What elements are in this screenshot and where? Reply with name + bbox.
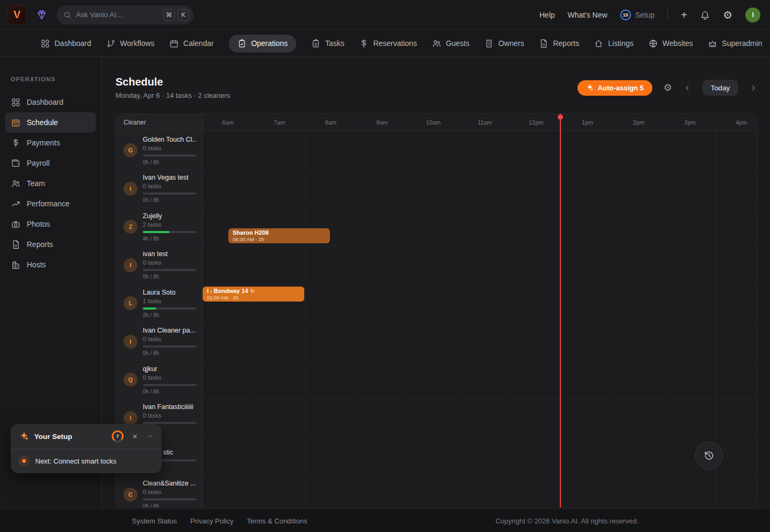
help-link[interactable]: Help <box>540 11 555 19</box>
task-event-sharon-h208[interactable]: Sharon H208 06:30 AM · 2h <box>228 228 330 243</box>
grid-cell[interactable] <box>408 323 459 361</box>
ai-search-bar[interactable]: ⌘ K <box>57 5 194 25</box>
grid-cell[interactable] <box>665 208 716 246</box>
grid-cell[interactable] <box>511 170 562 208</box>
grid-cell[interactable] <box>305 132 357 169</box>
grid-cell[interactable] <box>357 208 408 246</box>
search-input[interactable] <box>76 11 160 19</box>
grid-cell[interactable] <box>716 284 757 322</box>
grid-cell[interactable] <box>408 246 459 284</box>
grid-cell[interactable] <box>511 208 562 246</box>
grid-cell[interactable] <box>562 284 613 322</box>
grid-cell[interactable] <box>305 437 357 475</box>
grid-cell[interactable] <box>459 246 511 284</box>
sidebar-item-team[interactable]: Team <box>5 173 96 194</box>
grid-cell[interactable] <box>613 361 665 399</box>
grid-cell[interactable] <box>613 399 665 437</box>
grid-cell[interactable] <box>254 361 305 399</box>
grid-cell[interactable] <box>511 476 562 508</box>
sidebar-item-schedule[interactable]: Schedule <box>5 112 96 133</box>
grid-cell[interactable] <box>203 132 254 169</box>
history-button[interactable] <box>695 442 723 469</box>
nav-websites[interactable]: Websites <box>649 35 693 52</box>
grid-cell[interactable] <box>357 399 408 437</box>
grid-cell[interactable] <box>613 476 665 508</box>
nav-dashboard[interactable]: Dashboard <box>41 35 91 52</box>
grid-cell[interactable] <box>716 208 757 246</box>
grid-cell[interactable] <box>203 246 254 284</box>
vanio-logo[interactable]: V <box>7 5 27 25</box>
grid-cell[interactable] <box>408 170 459 208</box>
add-button[interactable]: + <box>681 10 687 20</box>
grid-cell[interactable] <box>254 437 305 475</box>
grid-cell[interactable] <box>254 476 305 508</box>
grid-cell[interactable] <box>665 476 716 508</box>
cleaner-name[interactable]: qjkur <box>143 365 196 373</box>
grid-cell[interactable] <box>203 399 254 437</box>
prev-day-chevron-icon[interactable] <box>683 84 691 92</box>
grid-cell[interactable] <box>408 399 459 437</box>
sidebar-item-photos[interactable]: Photos <box>5 214 96 234</box>
sidebar-item-payroll[interactable]: Payroll <box>5 153 96 173</box>
task-event-bondway-14[interactable]: I - Bondway 14↻ 01:00 AM · 2h <box>203 287 304 302</box>
nav-workflows[interactable]: Workflows <box>106 35 155 52</box>
grid-cell[interactable] <box>459 361 511 399</box>
grid-cell[interactable] <box>305 246 357 284</box>
settings-gear-icon[interactable]: ⚙ <box>723 10 733 20</box>
grid-cell[interactable] <box>665 361 716 399</box>
grid-cell[interactable] <box>459 399 511 437</box>
cleaner-name[interactable]: Zujelly <box>143 212 196 220</box>
grid-cell[interactable] <box>408 476 459 508</box>
grid-cell[interactable] <box>254 170 305 208</box>
grid-cell[interactable] <box>408 284 459 322</box>
grid-cell[interactable] <box>203 476 254 508</box>
grid-cell[interactable] <box>357 284 408 322</box>
nav-reports[interactable]: Reports <box>539 35 579 52</box>
next-day-chevron-icon[interactable] <box>749 84 757 92</box>
notifications-bell-icon[interactable] <box>700 10 710 20</box>
grid-cell[interactable] <box>613 246 665 284</box>
grid-cell[interactable] <box>665 246 716 284</box>
cleaner-name[interactable]: Clean&Sanitize ... <box>143 480 196 487</box>
grid-cell[interactable] <box>562 476 613 508</box>
cleaner-name[interactable]: Laura Soto <box>143 289 196 296</box>
grid-cell[interactable] <box>716 476 757 508</box>
grid-cell[interactable] <box>203 437 254 475</box>
grid-cell[interactable] <box>459 476 511 508</box>
grid-cell[interactable] <box>562 246 613 284</box>
grid-cell[interactable] <box>613 437 665 475</box>
grid-cell[interactable] <box>562 208 613 246</box>
grid-cell[interactable] <box>511 246 562 284</box>
nav-listings[interactable]: Listings <box>594 35 633 52</box>
grid-cell[interactable] <box>716 170 757 208</box>
grid-cell[interactable] <box>408 437 459 475</box>
grid-cell[interactable] <box>305 284 357 322</box>
grid-cell[interactable] <box>613 208 665 246</box>
grid-cell[interactable] <box>511 284 562 322</box>
grid-cell[interactable] <box>408 361 459 399</box>
grid-cell[interactable] <box>716 361 757 399</box>
nav-operations[interactable]: Operations <box>229 35 296 52</box>
grid-cell[interactable] <box>665 399 716 437</box>
terms-link[interactable]: Terms & Conditions <box>247 517 307 525</box>
grid-cell[interactable] <box>254 246 305 284</box>
grid-cell[interactable] <box>357 132 408 169</box>
sidebar-item-performance[interactable]: Performance <box>5 194 96 214</box>
gem-icon[interactable] <box>36 10 47 20</box>
privacy-policy-link[interactable]: Privacy Policy <box>190 517 234 525</box>
grid-cell[interactable] <box>305 476 357 508</box>
nav-owners[interactable]: Owners <box>484 35 524 52</box>
grid-cell[interactable] <box>357 246 408 284</box>
grid-cell[interactable] <box>613 132 665 169</box>
grid-cell[interactable] <box>459 132 511 169</box>
cleaner-name[interactable]: Ivan Cleaner pa... <box>143 327 196 334</box>
grid-cell[interactable] <box>716 246 757 284</box>
grid-cell[interactable] <box>305 170 357 208</box>
cleaner-name[interactable]: Ivan Fantasticiiiiii <box>143 403 196 411</box>
grid-cell[interactable] <box>716 132 757 169</box>
sidebar-item-reports[interactable]: Reports <box>5 234 96 255</box>
schedule-settings-gear-icon[interactable]: ⚙ <box>664 83 672 92</box>
grid-cell[interactable] <box>459 208 511 246</box>
grid-cell[interactable] <box>254 323 305 361</box>
cleaner-name[interactable]: Golden Touch Cl... <box>143 136 196 143</box>
